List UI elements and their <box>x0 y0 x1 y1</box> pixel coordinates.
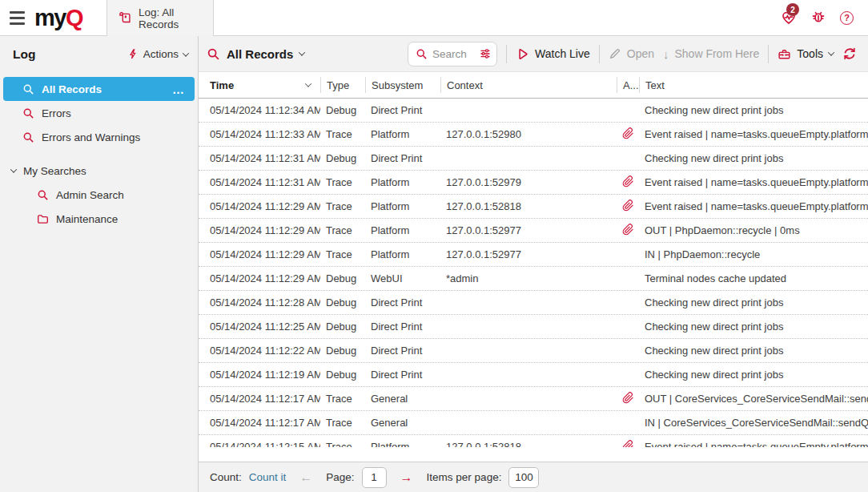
table-row[interactable]: 05/14/2024 11:12:31 AM Debug Direct Prin… <box>199 147 868 171</box>
myq-logo: myQ <box>34 6 82 30</box>
column-header-subsystem[interactable]: Subsystem <box>365 77 440 93</box>
cell-time: 05/14/2024 11:12:22 AM <box>210 345 320 357</box>
cell-text: Checking new direct print jobs <box>639 369 868 381</box>
page-input[interactable] <box>362 467 387 488</box>
column-header-type[interactable]: Type <box>320 77 365 93</box>
cell-text: Checking new direct print jobs <box>639 321 868 333</box>
bug-report-icon[interactable] <box>810 10 826 26</box>
table-row[interactable]: 05/14/2024 11:12:29 AM Trace Platform 12… <box>199 243 868 267</box>
help-icon[interactable]: ? <box>840 11 854 25</box>
search-icon <box>22 107 34 119</box>
search-icon <box>37 189 49 201</box>
view-selector[interactable]: All Records <box>207 47 304 61</box>
column-header-time[interactable]: Time <box>210 77 320 93</box>
next-page-icon[interactable]: → <box>400 470 413 485</box>
cell-type: Trace <box>320 248 365 260</box>
brand-area: myQ <box>0 0 106 36</box>
column-header-text[interactable]: Text <box>639 77 868 93</box>
cell-text: Checking new direct print jobs <box>639 345 868 357</box>
cell-context: 127.0.0.1:52977 <box>440 224 617 236</box>
cell-text: Event raised | name=tasks.queueEmpty.pla… <box>639 441 868 447</box>
cell-time: 05/14/2024 11:12:31 AM <box>210 152 320 164</box>
table-row[interactable]: 05/14/2024 11:12:19 AM Debug Direct Prin… <box>199 363 868 387</box>
cell-subsystem: General <box>365 417 440 429</box>
sidebar-section-my-searches[interactable]: My Searches <box>0 159 198 183</box>
sidebar-item-label: Errors and Warnings <box>42 131 140 143</box>
cell-text: Event raised | name=tasks.queueEmpty.pla… <box>639 200 868 212</box>
paperclip-icon <box>622 440 634 448</box>
system-health-icon[interactable]: 2 <box>781 10 797 26</box>
table-row[interactable]: 05/14/2024 11:12:29 AM Trace Platform 12… <box>199 219 868 243</box>
more-options-icon[interactable]: … <box>172 83 185 96</box>
sidebar-item-errors-and-warnings[interactable]: Errors and Warnings <box>3 125 195 149</box>
main-panel: All Records <box>199 36 868 492</box>
cell-text: Terminal nodes cache updated <box>639 272 868 284</box>
chevron-down-icon <box>828 49 834 55</box>
show-from-here-button[interactable]: ↓ Show From Here <box>663 47 759 61</box>
cell-type: Trace <box>320 200 365 212</box>
open-button[interactable]: Open <box>609 47 654 60</box>
cell-type: Debug <box>320 272 365 284</box>
watch-live-button[interactable]: Watch Live <box>516 47 590 61</box>
cell-text: IN | PhpDaemon::recycle <box>639 248 868 260</box>
chevron-down-icon <box>10 166 17 172</box>
table-row[interactable]: 05/14/2024 11:12:25 AM Debug Direct Prin… <box>199 315 868 339</box>
cell-time: 05/14/2024 11:12:29 AM <box>210 200 320 212</box>
cell-time: 05/14/2024 11:12:29 AM <box>210 224 320 236</box>
filter-sliders-icon[interactable] <box>479 47 492 60</box>
refresh-icon[interactable] <box>842 46 857 61</box>
table-row[interactable]: 05/14/2024 11:12:34 AM Debug Direct Prin… <box>199 99 868 123</box>
sidebar-item-admin-search[interactable]: Admin Search <box>0 183 198 207</box>
table-row[interactable]: 05/14/2024 11:12:17 AM Trace General IN … <box>199 411 868 435</box>
search-input[interactable] <box>432 48 474 60</box>
column-header-attachment[interactable]: A... <box>617 77 639 93</box>
cell-text: Event raised | name=tasks.queueEmpty.pla… <box>639 128 868 140</box>
table-row[interactable]: 05/14/2024 11:12:29 AM Debug WebUI *admi… <box>199 267 868 291</box>
cell-text: OUT | PhpDaemon::recycle | 0ms <box>639 224 868 236</box>
cell-attachment <box>617 200 639 214</box>
paperclip-icon <box>622 392 634 404</box>
sort-chevron-icon <box>305 80 311 87</box>
page-title: Log <box>13 47 35 62</box>
cell-attachment <box>617 368 639 382</box>
cell-type: Debug <box>320 152 365 164</box>
toolbox-icon <box>778 47 791 61</box>
sidebar-item-maintenance[interactable]: Maintenance <box>0 207 198 231</box>
sidebar-item-all-records[interactable]: All Records … <box>3 77 195 101</box>
cell-context: 127.0.0.1:52818 <box>440 441 617 447</box>
column-header-context[interactable]: Context <box>440 77 617 93</box>
table-row[interactable]: 05/14/2024 11:12:33 AM Trace Platform 12… <box>199 123 868 147</box>
actions-button[interactable]: Actions <box>127 48 188 60</box>
paperclip-icon <box>622 200 634 212</box>
cell-type: Trace <box>320 441 365 447</box>
lightning-icon <box>127 48 139 60</box>
sidebar-item-errors[interactable]: Errors <box>3 101 195 125</box>
items-per-page-input[interactable] <box>508 467 539 488</box>
table-row[interactable]: 05/14/2024 11:12:15 AM Trace Platform 12… <box>199 435 868 447</box>
sidebar-header: Log Actions <box>0 36 198 72</box>
cell-attachment <box>617 296 639 310</box>
table-row[interactable]: 05/14/2024 11:12:31 AM Trace Platform 12… <box>199 171 868 195</box>
cell-time: 05/14/2024 11:12:28 AM <box>210 296 320 309</box>
cell-type: Trace <box>320 417 365 429</box>
table-row[interactable]: 05/14/2024 11:12:29 AM Trace Platform 12… <box>199 195 868 219</box>
table-row[interactable]: 05/14/2024 11:12:28 AM Debug Direct Prin… <box>199 291 868 315</box>
cell-context: *admin <box>440 272 617 284</box>
cell-subsystem: Platform <box>365 128 440 140</box>
tab-log-all-records[interactable]: Log: All Records <box>106 0 214 36</box>
cell-subsystem: Platform <box>365 200 440 212</box>
cell-type: Debug <box>320 104 365 116</box>
table-row[interactable]: 05/14/2024 11:12:17 AM Trace General OUT… <box>199 387 868 411</box>
play-icon <box>516 47 529 61</box>
cell-time: 05/14/2024 11:12:17 AM <box>210 417 320 429</box>
hamburger-menu-icon[interactable] <box>10 11 25 25</box>
cell-subsystem: Platform <box>365 224 440 236</box>
table-row[interactable]: 05/14/2024 11:12:22 AM Debug Direct Prin… <box>199 339 868 363</box>
sidebar-item-label: All Records <box>42 83 102 95</box>
cell-attachment <box>617 248 639 262</box>
tools-button[interactable]: Tools <box>778 47 834 61</box>
cell-subsystem: Direct Print <box>365 369 440 381</box>
cell-time: 05/14/2024 11:12:25 AM <box>210 321 320 333</box>
count-it-link[interactable]: Count it <box>249 471 287 483</box>
arrow-down-icon: ↓ <box>663 47 669 61</box>
